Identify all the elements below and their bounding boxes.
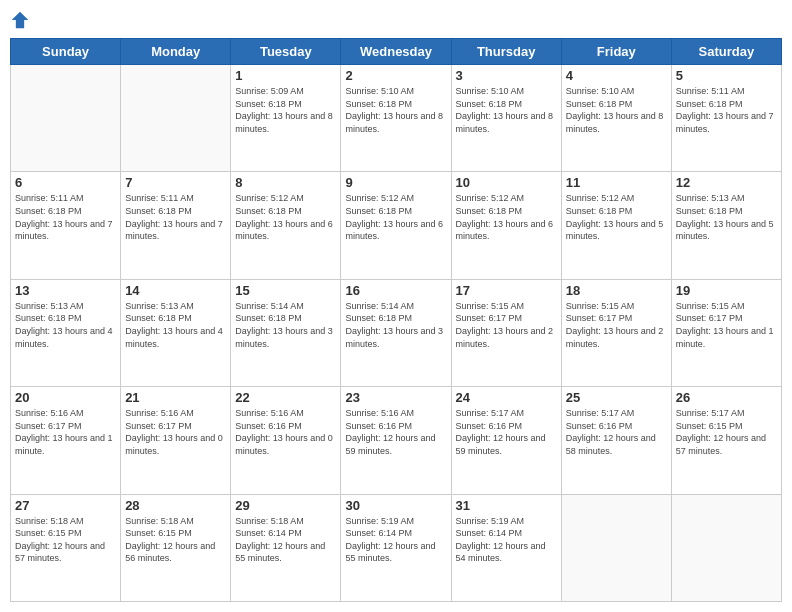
day-info: Sunrise: 5:15 AM Sunset: 6:17 PM Dayligh… — [676, 300, 777, 350]
day-info: Sunrise: 5:15 AM Sunset: 6:17 PM Dayligh… — [456, 300, 557, 350]
day-info: Sunrise: 5:13 AM Sunset: 6:18 PM Dayligh… — [125, 300, 226, 350]
day-number: 22 — [235, 390, 336, 405]
page: SundayMondayTuesdayWednesdayThursdayFrid… — [0, 0, 792, 612]
day-header-monday: Monday — [121, 39, 231, 65]
day-cell: 6Sunrise: 5:11 AM Sunset: 6:18 PM Daylig… — [11, 172, 121, 279]
day-cell — [561, 494, 671, 601]
day-cell: 31Sunrise: 5:19 AM Sunset: 6:14 PM Dayli… — [451, 494, 561, 601]
day-info: Sunrise: 5:19 AM Sunset: 6:14 PM Dayligh… — [345, 515, 446, 565]
day-cell: 23Sunrise: 5:16 AM Sunset: 6:16 PM Dayli… — [341, 387, 451, 494]
day-info: Sunrise: 5:11 AM Sunset: 6:18 PM Dayligh… — [15, 192, 116, 242]
day-info: Sunrise: 5:12 AM Sunset: 6:18 PM Dayligh… — [456, 192, 557, 242]
day-info: Sunrise: 5:14 AM Sunset: 6:18 PM Dayligh… — [235, 300, 336, 350]
day-number: 4 — [566, 68, 667, 83]
day-number: 14 — [125, 283, 226, 298]
day-number: 1 — [235, 68, 336, 83]
day-cell: 1Sunrise: 5:09 AM Sunset: 6:18 PM Daylig… — [231, 65, 341, 172]
day-cell: 29Sunrise: 5:18 AM Sunset: 6:14 PM Dayli… — [231, 494, 341, 601]
day-info: Sunrise: 5:17 AM Sunset: 6:15 PM Dayligh… — [676, 407, 777, 457]
day-number: 28 — [125, 498, 226, 513]
day-number: 31 — [456, 498, 557, 513]
day-cell: 9Sunrise: 5:12 AM Sunset: 6:18 PM Daylig… — [341, 172, 451, 279]
day-cell: 21Sunrise: 5:16 AM Sunset: 6:17 PM Dayli… — [121, 387, 231, 494]
day-cell: 16Sunrise: 5:14 AM Sunset: 6:18 PM Dayli… — [341, 279, 451, 386]
svg-marker-0 — [12, 12, 29, 29]
day-info: Sunrise: 5:09 AM Sunset: 6:18 PM Dayligh… — [235, 85, 336, 135]
day-info: Sunrise: 5:10 AM Sunset: 6:18 PM Dayligh… — [345, 85, 446, 135]
day-cell: 12Sunrise: 5:13 AM Sunset: 6:18 PM Dayli… — [671, 172, 781, 279]
day-header-tuesday: Tuesday — [231, 39, 341, 65]
day-cell — [671, 494, 781, 601]
day-number: 21 — [125, 390, 226, 405]
day-info: Sunrise: 5:16 AM Sunset: 6:16 PM Dayligh… — [235, 407, 336, 457]
day-header-friday: Friday — [561, 39, 671, 65]
day-cell: 2Sunrise: 5:10 AM Sunset: 6:18 PM Daylig… — [341, 65, 451, 172]
day-number: 2 — [345, 68, 446, 83]
week-row-5: 27Sunrise: 5:18 AM Sunset: 6:15 PM Dayli… — [11, 494, 782, 601]
day-number: 13 — [15, 283, 116, 298]
day-number: 30 — [345, 498, 446, 513]
day-info: Sunrise: 5:13 AM Sunset: 6:18 PM Dayligh… — [15, 300, 116, 350]
day-header-wednesday: Wednesday — [341, 39, 451, 65]
day-info: Sunrise: 5:13 AM Sunset: 6:18 PM Dayligh… — [676, 192, 777, 242]
week-row-1: 1Sunrise: 5:09 AM Sunset: 6:18 PM Daylig… — [11, 65, 782, 172]
day-number: 15 — [235, 283, 336, 298]
header — [10, 10, 782, 30]
day-cell: 4Sunrise: 5:10 AM Sunset: 6:18 PM Daylig… — [561, 65, 671, 172]
day-number: 5 — [676, 68, 777, 83]
day-info: Sunrise: 5:17 AM Sunset: 6:16 PM Dayligh… — [456, 407, 557, 457]
day-info: Sunrise: 5:10 AM Sunset: 6:18 PM Dayligh… — [566, 85, 667, 135]
day-cell — [11, 65, 121, 172]
day-number: 3 — [456, 68, 557, 83]
day-number: 10 — [456, 175, 557, 190]
day-cell: 27Sunrise: 5:18 AM Sunset: 6:15 PM Dayli… — [11, 494, 121, 601]
day-cell: 8Sunrise: 5:12 AM Sunset: 6:18 PM Daylig… — [231, 172, 341, 279]
day-info: Sunrise: 5:17 AM Sunset: 6:16 PM Dayligh… — [566, 407, 667, 457]
day-number: 11 — [566, 175, 667, 190]
day-number: 20 — [15, 390, 116, 405]
day-info: Sunrise: 5:12 AM Sunset: 6:18 PM Dayligh… — [566, 192, 667, 242]
week-row-4: 20Sunrise: 5:16 AM Sunset: 6:17 PM Dayli… — [11, 387, 782, 494]
day-number: 23 — [345, 390, 446, 405]
day-cell: 28Sunrise: 5:18 AM Sunset: 6:15 PM Dayli… — [121, 494, 231, 601]
day-info: Sunrise: 5:12 AM Sunset: 6:18 PM Dayligh… — [235, 192, 336, 242]
day-info: Sunrise: 5:16 AM Sunset: 6:17 PM Dayligh… — [15, 407, 116, 457]
day-number: 7 — [125, 175, 226, 190]
day-info: Sunrise: 5:11 AM Sunset: 6:18 PM Dayligh… — [125, 192, 226, 242]
day-info: Sunrise: 5:10 AM Sunset: 6:18 PM Dayligh… — [456, 85, 557, 135]
day-info: Sunrise: 5:19 AM Sunset: 6:14 PM Dayligh… — [456, 515, 557, 565]
day-number: 12 — [676, 175, 777, 190]
day-number: 24 — [456, 390, 557, 405]
calendar-table: SundayMondayTuesdayWednesdayThursdayFrid… — [10, 38, 782, 602]
day-cell: 20Sunrise: 5:16 AM Sunset: 6:17 PM Dayli… — [11, 387, 121, 494]
day-number: 29 — [235, 498, 336, 513]
day-header-saturday: Saturday — [671, 39, 781, 65]
header-row: SundayMondayTuesdayWednesdayThursdayFrid… — [11, 39, 782, 65]
day-cell: 22Sunrise: 5:16 AM Sunset: 6:16 PM Dayli… — [231, 387, 341, 494]
day-number: 9 — [345, 175, 446, 190]
day-cell: 7Sunrise: 5:11 AM Sunset: 6:18 PM Daylig… — [121, 172, 231, 279]
day-cell: 13Sunrise: 5:13 AM Sunset: 6:18 PM Dayli… — [11, 279, 121, 386]
day-number: 16 — [345, 283, 446, 298]
day-cell — [121, 65, 231, 172]
day-number: 8 — [235, 175, 336, 190]
day-info: Sunrise: 5:12 AM Sunset: 6:18 PM Dayligh… — [345, 192, 446, 242]
day-cell: 26Sunrise: 5:17 AM Sunset: 6:15 PM Dayli… — [671, 387, 781, 494]
day-cell: 15Sunrise: 5:14 AM Sunset: 6:18 PM Dayli… — [231, 279, 341, 386]
day-number: 6 — [15, 175, 116, 190]
day-cell: 3Sunrise: 5:10 AM Sunset: 6:18 PM Daylig… — [451, 65, 561, 172]
day-cell: 14Sunrise: 5:13 AM Sunset: 6:18 PM Dayli… — [121, 279, 231, 386]
day-number: 25 — [566, 390, 667, 405]
day-cell: 24Sunrise: 5:17 AM Sunset: 6:16 PM Dayli… — [451, 387, 561, 494]
day-number: 18 — [566, 283, 667, 298]
week-row-2: 6Sunrise: 5:11 AM Sunset: 6:18 PM Daylig… — [11, 172, 782, 279]
day-info: Sunrise: 5:18 AM Sunset: 6:15 PM Dayligh… — [15, 515, 116, 565]
logo — [10, 10, 32, 30]
day-header-sunday: Sunday — [11, 39, 121, 65]
day-cell: 11Sunrise: 5:12 AM Sunset: 6:18 PM Dayli… — [561, 172, 671, 279]
day-cell: 30Sunrise: 5:19 AM Sunset: 6:14 PM Dayli… — [341, 494, 451, 601]
day-info: Sunrise: 5:18 AM Sunset: 6:14 PM Dayligh… — [235, 515, 336, 565]
day-info: Sunrise: 5:11 AM Sunset: 6:18 PM Dayligh… — [676, 85, 777, 135]
day-number: 17 — [456, 283, 557, 298]
day-info: Sunrise: 5:14 AM Sunset: 6:18 PM Dayligh… — [345, 300, 446, 350]
